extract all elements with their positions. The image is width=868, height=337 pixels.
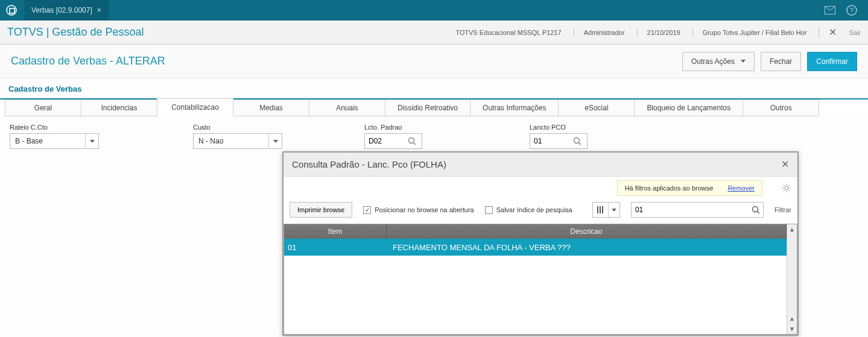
window-tab-close-icon[interactable]: × [97,6,101,14]
field-lcto-padrao: Lcto. Padrao [364,124,422,149]
dialog-close-icon[interactable]: ✕ [781,159,789,170]
grid-scrollbar[interactable]: ▲ ▲ ▼ [787,224,797,334]
filter-notice: Há filtros aplicados ao browse Remover [617,180,762,196]
dialog-titlebar: Consulta Padrão - Lanc. Pco (FOLHA) ✕ [284,153,797,177]
posicionar-checkbox[interactable]: Posicionar no browse na abertura [363,206,474,214]
svg-text:?: ? [850,7,854,14]
scroll-prev-icon[interactable]: ▲ [787,313,797,324]
status-user: Administrador [574,29,625,36]
tab-geral[interactable]: Geral [5,99,81,116]
svg-point-16 [752,207,758,212]
help-icon[interactable]: ? [846,5,857,16]
search-icon[interactable] [570,137,584,145]
field-lancto-pco-label: Lancto PCO [530,124,588,131]
posicionar-label: Posicionar no browse na abertura [375,206,474,213]
filter-notice-text: Há filtros aplicados ao browse [625,184,714,192]
confirm-button[interactable]: Confirmar [807,52,857,71]
other-actions-button[interactable]: Outras Ações [682,52,755,71]
svg-line-13 [789,191,790,191]
field-custo-label: Custo [193,124,282,131]
scroll-next-icon[interactable]: ▼ [787,324,797,334]
tab-outros[interactable]: Outros [743,99,819,116]
status-env: TOTVS Educacional MSSQL P1217 [455,29,561,36]
grid-header-item[interactable]: Item [284,224,387,239]
columns-icon [593,203,609,217]
field-custo: Custo N - Nao [193,124,282,149]
lancto-pco-input[interactable] [530,133,588,149]
field-rateio-label: Rateio C.Cto [10,124,99,131]
column-selector[interactable] [592,202,620,218]
close-button-label: Fechar [770,57,792,66]
lookup-dialog: Consulta Padrão - Lanc. Pco (FOLHA) ✕ Há… [282,151,799,336]
window-tab[interactable]: Verbas [02.9.0007] × [24,0,109,20]
dialog-search-input[interactable] [631,202,764,218]
custo-select-value: N - Nao [194,137,268,145]
action-bar: Cadastro de Verbas - ALTERAR Outras Açõe… [0,45,868,78]
salvar-indice-label: Salvar índice de pesquisa [496,206,572,213]
search-icon[interactable] [405,137,419,145]
grid-header-descricao[interactable]: Descricao [387,224,787,239]
app-header: TOTVS | Gestão de Pessoal TOTVS Educacio… [0,20,868,45]
tab-contabilizacao[interactable]: Contabilizacao [157,98,233,116]
dialog-search-value[interactable] [632,206,749,214]
svg-line-15 [789,185,790,186]
lcto-padrao-value[interactable] [365,137,405,145]
app-brand: TOTVS | Gestão de Pessoal [7,26,144,39]
chevron-down-icon [609,209,619,212]
tab-medias[interactable]: Medias [233,99,309,116]
dialog-toolbar: Imprimir browse Posicionar no browse na … [284,200,797,224]
tab-incidencias[interactable]: Incidencias [81,99,157,116]
confirm-button-label: Confirmar [816,57,848,66]
rateio-select-value: B - Base [10,137,85,145]
svg-point-3 [409,138,414,143]
svg-line-12 [784,185,784,186]
salvar-indice-checkbox[interactable]: Salvar índice de pesquisa [485,206,572,214]
grid-main: Item Descricao 01 FECHAMENTO MENSAL DA F… [284,224,787,334]
custo-select[interactable]: N - Nao [193,133,282,149]
tab-outras-informacoes[interactable]: Outras Informações [470,99,559,116]
tab-anuais[interactable]: Anuais [309,99,385,116]
close-button[interactable]: Fechar [761,52,801,71]
grid-header: Item Descricao [284,224,787,239]
svg-point-7 [785,186,788,190]
page-title: Cadastro de Verbas - ALTERAR [11,55,165,68]
mail-icon[interactable] [825,5,835,16]
dialog-filter-notice-row: Há filtros aplicados ao browse Remover [284,177,797,200]
checkbox-icon [363,206,371,214]
svg-line-17 [757,212,759,214]
gear-icon[interactable] [782,183,791,193]
checkbox-icon [485,206,493,214]
grid-row[interactable]: 01 FECHAMENTO MENSAL DA FOLHA - VERBA ??… [284,239,787,256]
grid-cell-descricao: FECHAMENTO MENSAL DA FOLHA - VERBA ??? [387,243,787,252]
svg-line-4 [414,143,416,145]
svg-line-14 [784,191,784,191]
tab-dissidio[interactable]: Dissidio Retroativo [385,99,470,116]
dialog-grid: Item Descricao 01 FECHAMENTO MENSAL DA F… [284,224,797,335]
chevron-down-icon [741,60,746,63]
status-date: 21/10/2019 [637,29,680,36]
exit-close-icon[interactable]: ✕ [819,27,837,38]
grid-cell-item: 01 [284,243,387,252]
titlebar: Verbas [02.9.0007] × ? [0,0,868,20]
lcto-padrao-input[interactable] [364,133,422,149]
print-browse-button[interactable]: Imprimir browse [290,202,352,218]
section-title: Cadastro de Verbas [0,78,868,99]
rateio-select[interactable]: B - Base [10,133,99,149]
field-lancto-pco: Lancto PCO [530,124,588,149]
tab-esocial[interactable]: eSocial [558,99,635,116]
exit-label[interactable]: Sair [849,29,861,36]
filter-remove-link[interactable]: Remover [727,184,755,192]
status-bar: TOTVS Educacional MSSQL P1217 Administra… [455,27,861,38]
chevron-down-icon [268,134,282,148]
filtrar-label[interactable]: Filtrar [775,206,791,213]
lancto-pco-value[interactable] [530,137,570,145]
form-row: Rateio C.Cto B - Base Custo N - Nao Lcto… [0,118,868,155]
tab-bloqueio[interactable]: Bloqueio de Lançamentos [634,99,743,116]
search-icon[interactable] [749,206,763,214]
other-actions-label: Outras Ações [691,57,735,66]
status-group: Grupo Totvs Jupiter / Filial Belo Hor [692,29,807,36]
svg-point-5 [574,138,580,143]
scroll-up-icon[interactable]: ▲ [787,224,797,235]
svg-line-6 [579,143,581,145]
window-tab-label: Verbas [02.9.0007] [31,6,92,14]
